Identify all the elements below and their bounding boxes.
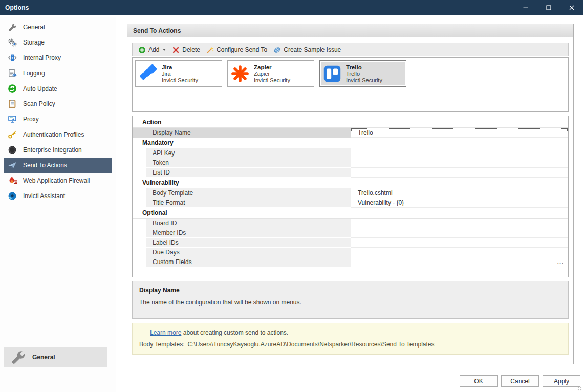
sidebar-item-internal-proxy[interactable]: Internal Proxy — [4, 50, 112, 66]
sidebar-item-auto-update[interactable]: Auto Update — [4, 81, 112, 96]
grid-row-display-name: Display NameTrello — [133, 128, 568, 138]
close-button[interactable] — [560, 0, 583, 15]
card-title: Zapier — [254, 64, 290, 71]
property-description-box: Display Name The name of the configurati… — [132, 281, 569, 319]
grid-row-value-list-id[interactable] — [351, 168, 568, 178]
sidebar-item-label: Enterprise Integration — [23, 146, 82, 154]
grid-row-label: Board ID — [146, 219, 351, 228]
apply-button[interactable]: Apply — [543, 375, 580, 387]
window-title: Options — [0, 4, 29, 11]
dialog-buttons: OKCancelApply — [460, 375, 580, 387]
row-gutter — [133, 248, 146, 257]
card-subtitle: Jira — [162, 71, 198, 77]
sidebar-item-enterprise-integration[interactable]: Enterprise Integration — [4, 142, 112, 158]
row-gutter — [133, 219, 146, 228]
sidebar-item-label: General — [23, 24, 45, 31]
grid-row-title-format: Title FormatVulnerability - {0} — [133, 198, 568, 208]
toolbar-button-delete[interactable]: Delete — [169, 45, 203, 55]
zapier-logo — [231, 64, 249, 83]
body-templates-line: Body Templates: C:\Users\TuncayKayaoglu.… — [139, 341, 562, 348]
info-bar: Learn more about creating custom send to… — [132, 323, 569, 355]
send-to-card-trello[interactable]: TrelloTrelloInvicti Security — [319, 60, 406, 87]
row-gutter — [133, 228, 146, 238]
grid-row-value-text: Vulnerability - {0} — [358, 199, 404, 206]
grid-row-label: Due Days — [146, 248, 351, 257]
sidebar-footer: General — [4, 347, 107, 367]
grid-row-label: Custom Fields — [146, 257, 351, 267]
grid-row-label-ids: Label IDs — [133, 238, 568, 248]
grid-category-action: Action — [133, 117, 568, 128]
close-icon — [568, 4, 576, 12]
card-vendor: Invicti Security — [254, 77, 290, 84]
grid-row-label: Member IDs — [146, 228, 351, 238]
grid-row-value-due-days[interactable] — [351, 248, 568, 257]
client-area: GeneralStorageInternal ProxyLoggingAuto … — [0, 15, 583, 392]
send-to-card-zapier[interactable]: ZapierZapierInvicti Security — [227, 60, 314, 87]
grid-row-value-member-ids[interactable] — [351, 228, 568, 238]
sidebar-item-storage[interactable]: Storage — [4, 35, 112, 50]
grid-row-label: Display Name — [146, 128, 351, 138]
property-grid: ActionDisplay NameTrelloMandatoryAPI Key… — [132, 116, 569, 277]
paper-plane-icon — [8, 161, 17, 170]
grid-row-label: Title Format — [146, 198, 351, 208]
property-description-text: The name of the configuration that will … — [139, 299, 562, 306]
body-templates-path-link[interactable]: C:\Users\TuncayKayaoglu.AzureAD\Document… — [188, 341, 435, 348]
grid-category-optional: Optional — [133, 208, 568, 219]
sample-issue-icon — [273, 46, 281, 54]
send-to-card-jira[interactable]: JiraJiraInvicti Security — [135, 60, 222, 87]
grid-row-value-token[interactable] — [351, 158, 568, 168]
grid-row-token: Token — [133, 158, 568, 168]
grid-row-value-board-id[interactable] — [351, 219, 568, 228]
toolbar-button-label: Delete — [182, 46, 200, 53]
minimize-button[interactable] — [514, 0, 537, 15]
minimize-icon — [522, 4, 530, 12]
learn-more-link[interactable]: Learn more — [150, 329, 181, 336]
maximize-icon — [545, 4, 553, 12]
card-text: ZapierZapierInvicti Security — [254, 64, 290, 84]
grid-row-value-label-ids[interactable] — [351, 238, 568, 248]
sidebar-item-label: Send To Actions — [23, 162, 67, 169]
wrench-icon — [10, 350, 26, 365]
sidebar-item-scan-policy[interactable]: Scan Policy — [4, 96, 112, 112]
cancel-button[interactable]: Cancel — [501, 375, 539, 387]
row-gutter — [133, 158, 146, 168]
row-gutter — [133, 198, 146, 208]
maximize-button[interactable] — [537, 0, 560, 15]
grid-row-member-ids: Member IDs — [133, 228, 568, 238]
resize-grip-icon[interactable] — [577, 386, 582, 391]
ok-button[interactable]: OK — [460, 375, 498, 387]
toolbar-button-add[interactable]: Add — [135, 45, 169, 55]
sidebar-item-label: Logging — [23, 70, 45, 77]
sidebar-item-logging[interactable]: Logging — [4, 66, 112, 81]
sidebar-item-web-application-firewall[interactable]: Web Application Firewall — [4, 173, 112, 188]
grid-row-value-api-key[interactable] — [351, 148, 568, 158]
toolbar-button-create-sample-issue[interactable]: Create Sample Issue — [270, 45, 344, 55]
sidebar-item-proxy[interactable]: Proxy — [4, 112, 112, 127]
card-title: Jira — [162, 64, 198, 71]
learn-more-text: about creating custom send to actions. — [183, 329, 288, 336]
ellipsis-button[interactable]: ... — [557, 257, 564, 267]
sidebar-item-label: Auto Update — [23, 85, 57, 92]
grid-row-label: Label IDs — [146, 238, 351, 248]
grid-row-label: API Key — [146, 148, 351, 158]
toolbar-button-configure-send-to[interactable]: Configure Send To — [203, 45, 270, 55]
sidebar-item-authentication-profiles[interactable]: Authentication Profiles — [4, 127, 112, 142]
firewall-flame-icon — [8, 176, 17, 185]
delete-icon — [172, 46, 180, 54]
sidebar-item-label: Storage — [23, 39, 45, 46]
sidebar-item-label: Proxy — [23, 116, 39, 123]
grid-row-due-days: Due Days — [133, 248, 568, 257]
sidebar-item-invicti-assistant[interactable]: Invicti Assistant — [4, 188, 112, 204]
sidebar-item-general[interactable]: General — [4, 19, 112, 35]
grid-row-label: Body Template — [146, 188, 351, 198]
grid-row-value-title-format[interactable]: Vulnerability - {0} — [351, 198, 568, 208]
enterprise-integration-icon — [8, 145, 17, 155]
sidebar-item-send-to-actions[interactable]: Send To Actions — [4, 158, 112, 173]
info-icon — [139, 329, 147, 336]
grid-row-value-body-template[interactable]: Trello.cshtml — [351, 188, 568, 198]
grid-row-value-custom-fields[interactable]: ... — [351, 257, 568, 267]
logging-icon — [8, 69, 17, 78]
grid-row-custom-fields: Custom Fields... — [133, 257, 568, 267]
grid-row-value-display-name[interactable]: Trello — [351, 128, 568, 138]
row-gutter — [133, 257, 146, 267]
